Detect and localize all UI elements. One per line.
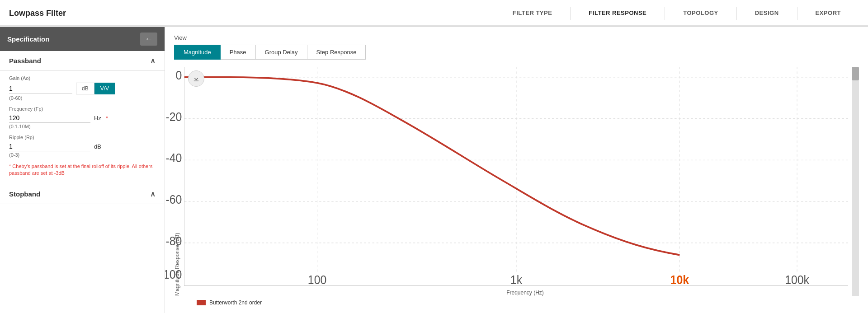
- legend-label: Butterworth 2nd order: [209, 299, 262, 306]
- svg-text:-100: -100: [165, 267, 182, 281]
- sidebar-title: Specification: [7, 35, 49, 43]
- stopband-section-header[interactable]: Stopband ∧: [0, 184, 165, 204]
- svg-text:100k: 100k: [785, 273, 810, 287]
- tab-phase[interactable]: Phase: [221, 45, 256, 60]
- svg-text:-40: -40: [165, 151, 182, 165]
- ripple-field-row: dB: [9, 142, 156, 151]
- svg-text:1k: 1k: [510, 273, 523, 287]
- tab-design[interactable]: DESIGN: [737, 0, 797, 27]
- tab-step-response[interactable]: Step Response: [307, 45, 366, 60]
- app-title: Lowpass Filter: [9, 9, 66, 18]
- ripple-input[interactable]: [9, 142, 90, 151]
- chart-svg: 0 -20 -40 -60 -80 -100 100 1k 10k 100k: [184, 67, 848, 285]
- chart-plot-area: 0 -20 -40 -60 -80 -100 100 1k 10k 100k: [184, 67, 848, 296]
- vv-unit-button[interactable]: V/V: [94, 83, 115, 94]
- tab-export[interactable]: EXPORT: [797, 0, 859, 27]
- gain-field-group: Gain (Ao) dB V/V (0-60): [9, 75, 156, 101]
- svg-text:100: 100: [308, 273, 326, 287]
- frequency-hint: (0.1-10M): [9, 124, 156, 129]
- ripple-label: Ripple (Rp): [9, 135, 156, 140]
- sidebar-content: Passband ∧ Gain (Ao) dB V/V (0-60): [0, 51, 165, 313]
- passband-section-header[interactable]: Passband ∧: [0, 51, 165, 71]
- frequency-field-row: Hz *: [9, 113, 156, 123]
- tab-magnitude[interactable]: Magnitude: [174, 45, 221, 60]
- unit-toggle: dB V/V: [76, 83, 115, 94]
- chart-grid: 0 -20 -40 -60 -80 -100 100 1k 10k 100k: [184, 67, 848, 286]
- chart-inner: Magnitude Response (dB): [174, 67, 859, 296]
- ripple-hint: (0-3): [9, 152, 156, 158]
- ripple-field-group: Ripple (Rp) dB (0-3): [9, 135, 156, 158]
- view-tabs: Magnitude Phase Group Delay Step Respons…: [174, 45, 859, 60]
- y-axis-label: Magnitude Response (dB): [174, 67, 180, 296]
- ripple-unit: dB: [94, 143, 101, 150]
- chart-legend: Butterworth 2nd order: [174, 299, 859, 306]
- stopband-chevron: ∧: [150, 190, 156, 198]
- nav-tabs: FILTER TYPE FILTER RESPONSE TOPOLOGY DES…: [495, 0, 859, 27]
- download-button[interactable]: [188, 70, 204, 87]
- tab-filter-type[interactable]: FILTER TYPE: [495, 0, 571, 27]
- frequency-required: *: [106, 115, 108, 121]
- back-button[interactable]: ←: [140, 33, 157, 46]
- main-layout: Specification ← Passband ∧ Gain (Ao) dB …: [0, 27, 868, 313]
- sidebar: Specification ← Passband ∧ Gain (Ao) dB …: [0, 27, 165, 313]
- svg-text:-60: -60: [165, 192, 182, 207]
- gain-input[interactable]: [9, 84, 72, 93]
- frequency-unit: Hz: [94, 115, 101, 121]
- svg-text:0: 0: [176, 68, 182, 83]
- svg-text:-20: -20: [165, 109, 182, 124]
- frequency-label: Frequency (Fp): [9, 106, 156, 112]
- download-icon: [192, 75, 200, 83]
- x-axis-label: Frequency (Hz): [184, 290, 848, 296]
- tab-topology[interactable]: TOPOLOGY: [665, 0, 736, 27]
- frequency-field-group: Frequency (Fp) Hz * (0.1-10M): [9, 106, 156, 129]
- svg-text:-80: -80: [165, 234, 182, 248]
- passband-note: * Cheby's passband is set at the final r…: [9, 163, 156, 177]
- top-nav: Lowpass Filter FILTER TYPE FILTER RESPON…: [0, 0, 868, 27]
- frequency-input[interactable]: [9, 113, 90, 123]
- gain-label: Gain (Ao): [9, 75, 156, 81]
- view-label: View: [174, 34, 859, 41]
- passband-section-body: Gain (Ao) dB V/V (0-60) Frequency (Fp): [0, 71, 165, 184]
- db-unit-button[interactable]: dB: [76, 83, 94, 94]
- tab-filter-response[interactable]: FILTER RESPONSE: [571, 0, 665, 27]
- gain-hint: (0-60): [9, 95, 156, 101]
- chart-container: Magnitude Response (dB): [174, 67, 859, 306]
- right-scrollbar[interactable]: [852, 67, 859, 296]
- legend-color-swatch: [197, 300, 206, 305]
- chart-area: View Magnitude Phase Group Delay Step Re…: [165, 27, 868, 313]
- passband-chevron: ∧: [150, 56, 156, 65]
- passband-title: Passband: [9, 57, 41, 65]
- svg-text:10k: 10k: [670, 273, 689, 287]
- sidebar-header: Specification ←: [0, 27, 165, 51]
- stopband-title: Stopband: [9, 190, 40, 198]
- tab-group-delay[interactable]: Group Delay: [256, 45, 307, 60]
- gain-field-row: dB V/V: [9, 83, 156, 94]
